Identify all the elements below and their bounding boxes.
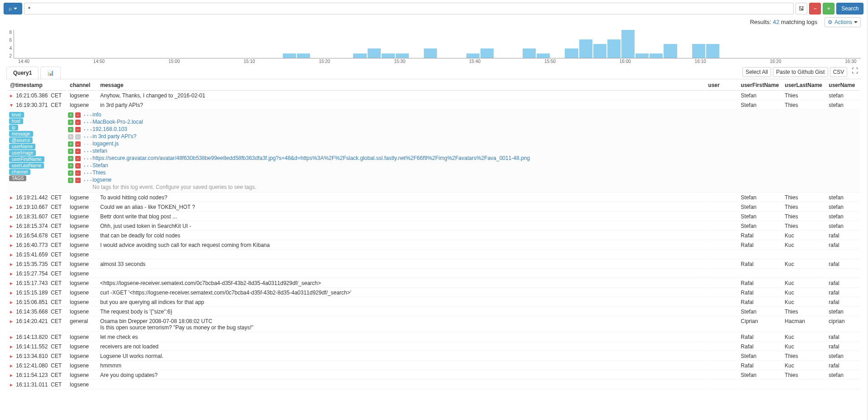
exclude-filter-icon[interactable]: − (75, 163, 81, 169)
detail-value[interactable]: stefan (92, 148, 107, 154)
table-row[interactable]: 16:15:27.754 CETlogsene (7, 270, 860, 278)
exclude-filter-icon[interactable]: − (75, 156, 81, 161)
table-row[interactable]: 16:19:30.371 CETlogsenein 3rd party APIs… (7, 101, 860, 110)
expand-row-icon[interactable] (10, 261, 15, 267)
table-row[interactable]: 16:15:35.735 CETlogsenealmost 33 seconds… (7, 260, 860, 269)
detail-label[interactable]: userFirstName (9, 156, 44, 162)
table-row[interactable]: 16:15:15.189 CETlogsenecurl -XGET '<http… (7, 289, 860, 297)
expand-row-icon[interactable] (10, 92, 15, 99)
detail-label[interactable]: @source (9, 137, 33, 143)
histogram-chart[interactable]: 8642 14:4014:5015:0015:1015:2015:3015:40… (14, 30, 861, 64)
tab-query1[interactable]: Query1 (6, 67, 39, 79)
chart-icon[interactable]: ⬪⬪⬪ (83, 177, 88, 183)
table-row[interactable]: 16:14:35.668 CETlogseneThe request body … (7, 308, 860, 316)
chart-icon[interactable]: ⬪⬪⬪ (83, 155, 88, 161)
exclude-filter-icon[interactable]: − (75, 120, 81, 125)
expand-row-icon[interactable] (10, 381, 15, 388)
csv-button[interactable]: CSV (830, 67, 848, 77)
detail-value[interactable]: Thies (92, 169, 106, 176)
table-row[interactable]: 16:15:17.743 CETlogsene<https://logsene-… (7, 279, 860, 288)
detail-label[interactable]: ip (9, 125, 18, 130)
detail-value[interactable]: info (92, 111, 101, 118)
table-row[interactable]: 16:11:31.011 CETlogsene (7, 381, 860, 389)
exclude-filter-icon[interactable]: − (75, 134, 81, 140)
detail-label[interactable]: host (9, 118, 23, 124)
table-row[interactable]: 16:12:41.080 CETlogsenehmmmmRafalKucrafa… (7, 362, 860, 370)
chart-icon[interactable]: ⬪⬪⬪ (83, 162, 88, 169)
detail-value[interactable]: MacBook-Pro-2.local (92, 119, 143, 125)
table-row[interactable]: 16:14:13.820 CETlogsenelet me check esRa… (7, 333, 860, 342)
expand-row-icon[interactable] (10, 232, 15, 239)
detail-label[interactable]: channel (9, 169, 30, 175)
exclude-filter-icon[interactable]: − (75, 127, 81, 132)
table-row[interactable]: 16:21:05.386 CETlogseneAnyhow, Thanks, I… (7, 92, 860, 100)
table-row[interactable]: 16:18:31.607 CETlogseneBettr dont write … (7, 212, 860, 221)
table-row[interactable]: 16:19:21.442 CETlogseneTo avoid hitting … (7, 193, 860, 202)
add-filter-icon[interactable]: + (68, 141, 73, 147)
chart-icon[interactable]: ⬪⬪⬪ (83, 126, 88, 132)
expand-row-icon[interactable] (10, 372, 15, 378)
chart-icon[interactable]: ⬪⬪⬪ (83, 119, 88, 125)
detail-value[interactable]: Stefan (92, 162, 108, 169)
table-row[interactable]: 16:13:34.810 CETlogseneLogsene UI works … (7, 352, 860, 361)
add-filter-icon[interactable]: + (68, 170, 73, 176)
expand-row-icon[interactable] (10, 318, 15, 324)
add-filter-button[interactable]: + (823, 3, 834, 14)
table-row[interactable]: 16:15:06.851 CETlogsenebut you are query… (7, 298, 860, 307)
expand-row-icon[interactable] (10, 223, 15, 229)
detail-label[interactable]: userImage (9, 150, 36, 156)
detail-value[interactable]: in 3rd party API's? (92, 133, 136, 140)
remove-filter-button[interactable]: − (809, 3, 821, 14)
exclude-filter-icon[interactable]: − (75, 178, 81, 183)
exclude-filter-icon[interactable]: − (75, 170, 81, 176)
col-header[interactable]: @timestamp (7, 80, 66, 91)
detail-value[interactable]: logsene (92, 177, 112, 183)
detail-value[interactable]: 192.168.0.103 (92, 126, 127, 132)
save-query-button[interactable]: 🖫 (795, 3, 807, 14)
expand-row-icon[interactable] (10, 242, 15, 248)
expand-row-icon[interactable] (10, 102, 15, 108)
chart-icon[interactable]: ⬪⬪⬪ (83, 148, 88, 154)
table-row[interactable]: 16:15:41.659 CETlogsene (7, 251, 860, 259)
table-row[interactable]: 16:14:20.421 CETgeneralOsama bin Drepper… (7, 317, 860, 332)
col-header[interactable]: user (705, 80, 737, 91)
col-header[interactable]: channel (67, 80, 97, 91)
expand-row-icon[interactable] (10, 251, 15, 258)
expand-row-icon[interactable] (10, 213, 15, 220)
select-all-button[interactable]: Select All (742, 67, 771, 77)
exclude-filter-icon[interactable]: − (75, 149, 81, 154)
add-filter-icon[interactable]: + (68, 134, 73, 140)
table-row[interactable]: 16:14:11.552 CETlogsenereceivers are not… (7, 343, 860, 351)
expand-row-icon[interactable] (10, 362, 15, 369)
detail-value[interactable]: logagent.js (92, 140, 119, 147)
expand-row-icon[interactable] (10, 343, 15, 350)
chart-icon[interactable]: ⬪⬪⬪ (83, 140, 88, 147)
detail-label[interactable]: userLastName (9, 163, 44, 169)
add-filter-icon[interactable]: + (68, 178, 73, 183)
detail-label[interactable]: userName (9, 144, 35, 150)
add-filter-icon[interactable]: + (68, 156, 73, 161)
add-filter-icon[interactable]: + (68, 112, 73, 118)
search-menu-button[interactable]: ⌕ (4, 3, 22, 14)
col-header[interactable]: userName (826, 80, 860, 91)
expand-row-icon[interactable] (10, 299, 15, 305)
detail-label[interactable]: message (9, 131, 33, 137)
actions-dropdown[interactable]: ⚙ Actions (824, 17, 861, 27)
paste-gist-button[interactable]: Paste to Github Gist (773, 67, 828, 77)
table-row[interactable]: 16:19:10.667 CETlogseneCould we an alias… (7, 203, 860, 212)
table-row[interactable]: 16:18:15.374 CETlogseneOhh, just used to… (7, 222, 860, 231)
expand-row-icon[interactable] (10, 194, 15, 201)
expand-row-icon[interactable] (10, 280, 15, 286)
chart-icon[interactable]: ⬪⬪⬪ (83, 133, 88, 140)
detail-value[interactable]: https://secure.gravatar.com/avatar/48f63… (92, 155, 530, 161)
search-button[interactable]: Search (836, 3, 863, 14)
chart-icon[interactable]: ⬪⬪⬪ (83, 111, 88, 118)
col-header[interactable]: userFirstName (738, 80, 781, 91)
expand-row-icon[interactable] (10, 309, 15, 315)
add-filter-icon[interactable]: + (68, 127, 73, 132)
expand-row-icon[interactable] (10, 270, 15, 277)
expand-row-icon[interactable] (10, 204, 15, 210)
table-row[interactable]: 16:16:40.773 CETlogseneI would advice av… (7, 241, 860, 250)
col-header[interactable]: message (97, 80, 704, 91)
search-input[interactable] (24, 3, 794, 14)
